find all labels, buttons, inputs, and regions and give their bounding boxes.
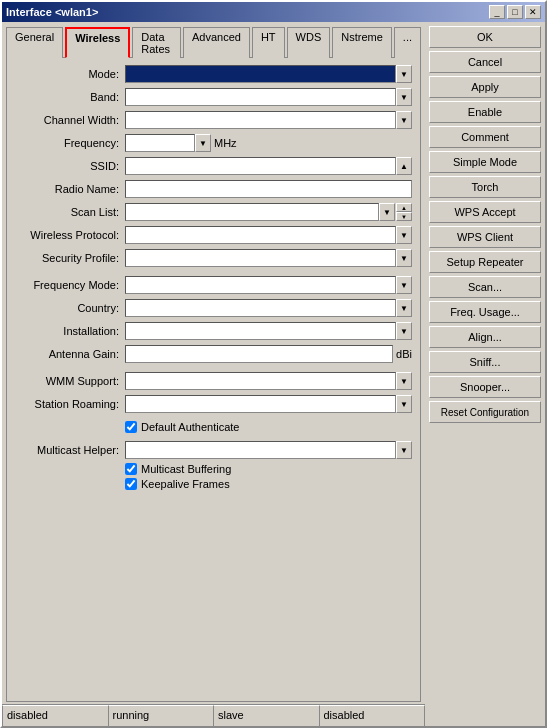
wmm-support-dropdown-btn[interactable]: ▼	[396, 372, 412, 390]
security-profile-input[interactable]: default	[125, 249, 396, 267]
antenna-gain-row: Antenna Gain: 2 dBi	[15, 344, 412, 364]
main-panel: General Wireless Data Rates Advanced HT …	[2, 22, 425, 726]
country-input[interactable]: etsi	[125, 299, 396, 317]
ssid-label: SSID:	[15, 160, 125, 172]
band-control: 2GHz-B/G ▼	[125, 88, 412, 106]
keepalive-frames-label: Keepalive Frames	[141, 478, 230, 490]
antenna-gain-label: Antenna Gain:	[15, 348, 125, 360]
status-item-1: disabled	[2, 705, 109, 726]
multicast-buffering-checkbox[interactable]	[125, 463, 137, 475]
status-item-4: disabled	[320, 705, 426, 726]
radio-name-row: Radio Name: CC2DE029EE21	[15, 179, 412, 199]
antenna-gain-input[interactable]: 2	[125, 345, 393, 363]
apply-button[interactable]: Apply	[429, 76, 541, 98]
mode-dropdown-btn[interactable]: ▼	[396, 65, 412, 83]
frequency-unit: MHz	[214, 137, 237, 149]
frequency-mode-label: Frequency Mode:	[15, 279, 125, 291]
installation-input[interactable]: any	[125, 322, 396, 340]
status-item-3: slave	[214, 705, 320, 726]
wmm-support-input[interactable]: disabled	[125, 372, 396, 390]
radio-name-input[interactable]: CC2DE029EE21	[125, 180, 412, 198]
scan-list-up-btn[interactable]: ▲	[396, 203, 412, 212]
scan-list-dropdown-btn[interactable]: ▼	[379, 203, 395, 221]
band-label: Band:	[15, 91, 125, 103]
keepalive-frames-checkbox[interactable]	[125, 478, 137, 490]
tab-general[interactable]: General	[6, 27, 63, 58]
radio-name-control: CC2DE029EE21	[125, 180, 412, 198]
frequency-mode-dropdown-btn[interactable]: ▼	[396, 276, 412, 294]
enable-button[interactable]: Enable	[429, 101, 541, 123]
station-roaming-row: Station Roaming: enabled ▼	[15, 394, 412, 414]
security-profile-dropdown-btn[interactable]: ▼	[396, 249, 412, 267]
scan-list-down-btn[interactable]: ▼	[396, 212, 412, 221]
wmm-support-control: disabled ▼	[125, 372, 412, 390]
reset-configuration-button[interactable]: Reset Configuration	[429, 401, 541, 423]
mode-row: Mode: station ▼	[15, 64, 412, 84]
sniff-button[interactable]: Sniff...	[429, 351, 541, 373]
country-control: etsi ▼	[125, 299, 412, 317]
main-window: Interface <wlan1> _ □ ✕ General Wireless…	[0, 0, 547, 728]
frequency-mode-control: regulatory-domain ▼	[125, 276, 412, 294]
ssid-row: SSID: MikroTik ▲	[15, 156, 412, 176]
maximize-button[interactable]: □	[507, 5, 523, 19]
wireless-protocol-label: Wireless Protocol:	[15, 229, 125, 241]
antenna-gain-control: 2 dBi	[125, 345, 412, 363]
band-input[interactable]: 2GHz-B/G	[125, 88, 396, 106]
tab-wds[interactable]: WDS	[287, 27, 331, 58]
wireless-protocol-dropdown-btn[interactable]: ▼	[396, 226, 412, 244]
station-roaming-dropdown-btn[interactable]: ▼	[396, 395, 412, 413]
wmm-support-label: WMM Support:	[15, 375, 125, 387]
channel-width-dropdown-btn[interactable]: ▼	[396, 111, 412, 129]
default-authenticate-checkbox[interactable]	[125, 421, 137, 433]
radio-name-label: Radio Name:	[15, 183, 125, 195]
station-roaming-input[interactable]: enabled	[125, 395, 396, 413]
cancel-button[interactable]: Cancel	[429, 51, 541, 73]
scan-button[interactable]: Scan...	[429, 276, 541, 298]
frequency-mode-input[interactable]: regulatory-domain	[125, 276, 396, 294]
ssid-input[interactable]: MikroTik	[125, 157, 396, 175]
installation-dropdown-btn[interactable]: ▼	[396, 322, 412, 340]
snooper-button[interactable]: Snooper...	[429, 376, 541, 398]
align-button[interactable]: Align...	[429, 326, 541, 348]
keepalive-frames-row: Keepalive Frames	[15, 478, 412, 490]
tab-advanced[interactable]: Advanced	[183, 27, 250, 58]
security-profile-label: Security Profile:	[15, 252, 125, 264]
tab-ht[interactable]: HT	[252, 27, 285, 58]
frequency-dropdown-btn[interactable]: ▼	[195, 134, 211, 152]
right-panel: OK Cancel Apply Enable Comment Simple Mo…	[425, 22, 545, 726]
frequency-input[interactable]: 2412	[125, 134, 195, 152]
multicast-buffering-label: Multicast Buffering	[141, 463, 231, 475]
station-roaming-control: enabled ▼	[125, 395, 412, 413]
tab-more[interactable]: ...	[394, 27, 421, 58]
simple-mode-button[interactable]: Simple Mode	[429, 151, 541, 173]
band-dropdown-btn[interactable]: ▼	[396, 88, 412, 106]
torch-button[interactable]: Torch	[429, 176, 541, 198]
channel-width-row: Channel Width: 20MHz ▼	[15, 110, 412, 130]
scan-list-label: Scan List:	[15, 206, 125, 218]
setup-repeater-button[interactable]: Setup Repeater	[429, 251, 541, 273]
wireless-protocol-input[interactable]: any	[125, 226, 396, 244]
mode-input[interactable]: station	[125, 65, 396, 83]
ssid-arrow-btn[interactable]: ▲	[396, 157, 412, 175]
country-dropdown-btn[interactable]: ▼	[396, 299, 412, 317]
tab-bar: General Wireless Data Rates Advanced HT …	[2, 22, 425, 57]
minimize-button[interactable]: _	[489, 5, 505, 19]
window-title: Interface <wlan1>	[6, 6, 98, 18]
status-item-2: running	[109, 705, 215, 726]
wps-accept-button[interactable]: WPS Accept	[429, 201, 541, 223]
comment-button[interactable]: Comment	[429, 126, 541, 148]
ok-button[interactable]: OK	[429, 26, 541, 48]
channel-width-input[interactable]: 20MHz	[125, 111, 396, 129]
multicast-helper-dropdown-btn[interactable]: ▼	[396, 441, 412, 459]
scan-list-input[interactable]: default	[125, 203, 379, 221]
tab-data-rates[interactable]: Data Rates	[132, 27, 181, 58]
multicast-helper-row: Multicast Helper: default ▼	[15, 440, 412, 460]
installation-control: any ▼	[125, 322, 412, 340]
close-button[interactable]: ✕	[525, 5, 541, 19]
frequency-control: 2412 ▼ MHz	[125, 134, 412, 152]
tab-nstreme[interactable]: Nstreme	[332, 27, 392, 58]
freq-usage-button[interactable]: Freq. Usage...	[429, 301, 541, 323]
multicast-helper-input[interactable]: default	[125, 441, 396, 459]
wps-client-button[interactable]: WPS Client	[429, 226, 541, 248]
tab-wireless[interactable]: Wireless	[65, 27, 130, 58]
